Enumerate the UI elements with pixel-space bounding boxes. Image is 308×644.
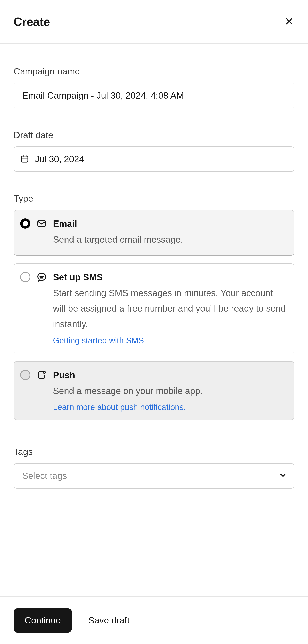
- page-title: Create: [14, 15, 50, 28]
- svg-point-9: [43, 371, 45, 373]
- modal-footer: Continue Save draft: [0, 596, 308, 644]
- type-field: Type Email Send a targeted email message…: [14, 194, 294, 420]
- tags-field: Tags Select tags: [14, 447, 294, 488]
- calendar-icon: [20, 154, 29, 164]
- type-sms-desc: Start sending SMS messages in minutes. Y…: [53, 285, 286, 332]
- push-learn-more-link[interactable]: Learn more about push notifications.: [53, 402, 186, 412]
- save-draft-button[interactable]: Save draft: [88, 615, 130, 626]
- sms-getting-started-link[interactable]: Getting started with SMS.: [53, 336, 146, 345]
- radio-selected-icon: [20, 218, 30, 229]
- draft-date-field: Draft date Jul 30, 2024: [14, 130, 294, 172]
- close-button[interactable]: [284, 16, 294, 27]
- type-label: Type: [14, 194, 294, 204]
- radio-unselected-icon: [20, 272, 30, 282]
- campaign-name-label: Campaign name: [14, 66, 294, 76]
- campaign-name-field: Campaign name: [14, 66, 294, 108]
- campaign-name-input[interactable]: [14, 83, 294, 108]
- sms-icon: [36, 272, 47, 282]
- type-push-desc: Send a message on your mobile app.: [53, 383, 286, 399]
- chevron-down-icon: [279, 471, 287, 480]
- type-option-email[interactable]: Email Send a targeted email message.: [14, 210, 294, 256]
- email-icon: [36, 218, 47, 229]
- tags-select[interactable]: Select tags: [14, 463, 294, 488]
- type-email-title: Email: [53, 218, 286, 229]
- continue-button[interactable]: Continue: [14, 608, 72, 632]
- draft-date-label: Draft date: [14, 130, 294, 140]
- draft-date-value: Jul 30, 2024: [35, 154, 84, 164]
- radio-unselected-icon: [20, 370, 30, 380]
- draft-date-input[interactable]: Jul 30, 2024: [14, 146, 294, 172]
- push-icon: [36, 370, 47, 380]
- type-option-sms[interactable]: Set up SMS Start sending SMS messages in…: [14, 263, 294, 354]
- close-icon: [284, 17, 294, 26]
- type-email-desc: Send a targeted email message.: [53, 232, 286, 247]
- type-option-push[interactable]: Push Send a message on your mobile app. …: [14, 361, 294, 420]
- type-push-title: Push: [53, 370, 286, 381]
- type-sms-title: Set up SMS: [53, 272, 286, 283]
- svg-rect-2: [21, 156, 28, 162]
- modal-header: Create: [0, 0, 308, 44]
- tags-label: Tags: [14, 447, 294, 457]
- tags-placeholder: Select tags: [22, 471, 67, 481]
